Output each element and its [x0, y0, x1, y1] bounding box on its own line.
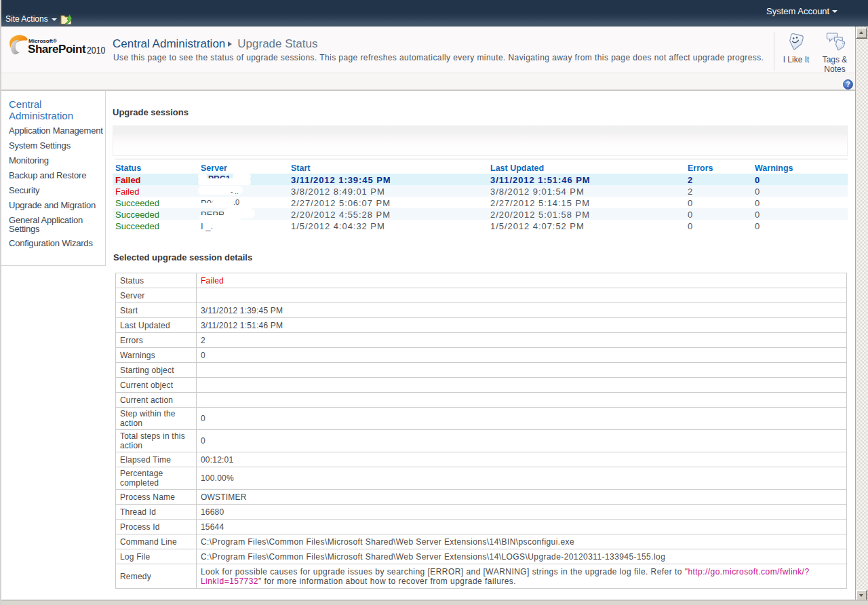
svg-text:?: ? — [846, 81, 850, 88]
